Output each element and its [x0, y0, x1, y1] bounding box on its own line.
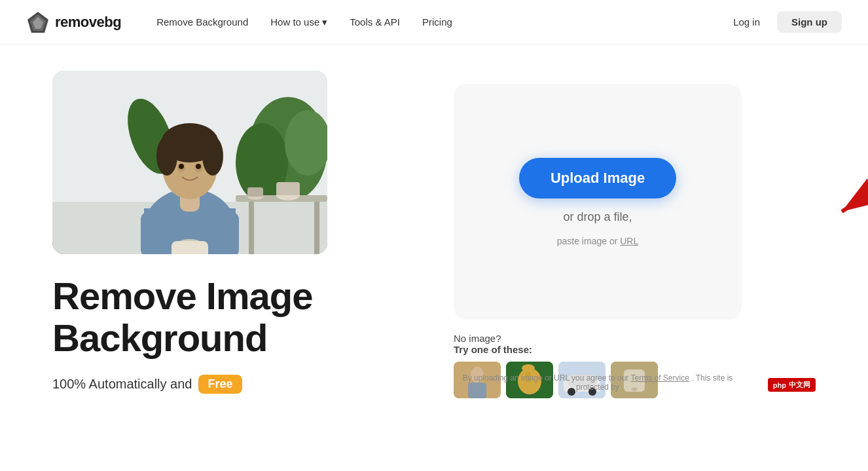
terms-bar: By uploading an image or URL you agree t…: [454, 373, 742, 392]
nav-remove-background[interactable]: Remove Background: [147, 12, 257, 31]
svg-rect-18: [141, 212, 160, 254]
logo-icon: [26, 10, 50, 34]
hero-section: Remove Image Background 100% Automatical…: [52, 71, 327, 394]
svg-point-40: [522, 364, 535, 372]
free-badge: Free: [198, 375, 242, 394]
url-link[interactable]: URL: [620, 236, 638, 246]
hero-title: Remove Image Background: [52, 275, 327, 359]
svg-line-33: [842, 156, 868, 212]
terms-link[interactable]: Terms of Service: [631, 373, 689, 383]
nav-tools-api[interactable]: Tools & API: [340, 12, 409, 31]
nav-how-to-use[interactable]: How to use ▾: [261, 12, 336, 32]
samples-label: No image? Try one of these:: [454, 333, 742, 355]
main-content: Remove Image Background 100% Automatical…: [0, 45, 868, 470]
upload-section: Upload Image or drop a file, paste image…: [367, 71, 829, 398]
svg-point-26: [202, 136, 223, 176]
hero-image: [52, 71, 327, 254]
logo[interactable]: removebg: [26, 10, 121, 34]
login-button[interactable]: Log in: [724, 12, 769, 31]
upload-dropzone[interactable]: Upload Image or drop a file, paste image…: [454, 84, 742, 320]
upload-image-button[interactable]: Upload Image: [519, 158, 676, 198]
drop-text: or drop a file,: [563, 210, 632, 224]
hero-subtitle: 100% Automatically and Free: [52, 375, 327, 394]
squiggle-decoration: [803, 31, 868, 178]
nav-actions: Log in Sign up: [724, 11, 842, 33]
svg-point-25: [156, 136, 177, 176]
brand-name: removebg: [55, 14, 121, 31]
svg-rect-21: [172, 241, 208, 254]
svg-rect-13: [276, 182, 300, 195]
svg-rect-19: [219, 212, 239, 254]
svg-point-30: [196, 164, 201, 169]
svg-point-29: [179, 164, 184, 169]
svg-rect-15: [247, 187, 263, 197]
svg-rect-11: [314, 202, 319, 254]
navbar: removebg Remove Background How to use ▾ …: [0, 0, 868, 45]
svg-rect-10: [249, 202, 254, 254]
nav-links: Remove Background How to use ▾ Tools & A…: [147, 12, 724, 32]
nav-pricing[interactable]: Pricing: [413, 12, 461, 31]
red-arrow-decoration: [803, 149, 868, 231]
chevron-down-icon: ▾: [322, 16, 327, 28]
php-badge: php 中文网: [768, 378, 816, 392]
signup-button[interactable]: Sign up: [777, 11, 842, 33]
drop-sub: paste image or URL: [557, 236, 639, 246]
